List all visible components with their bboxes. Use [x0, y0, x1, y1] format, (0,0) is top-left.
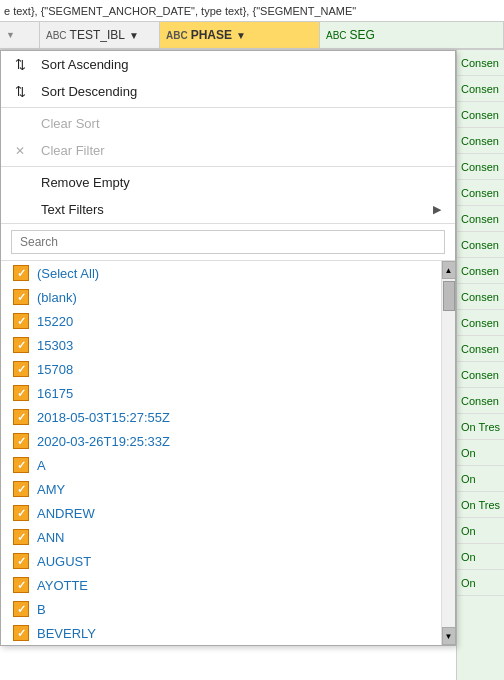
- abc-icon-phase: ABC: [166, 30, 188, 41]
- checkbox-b[interactable]: [13, 601, 29, 617]
- scrollbar-down-btn[interactable]: ▼: [442, 627, 456, 645]
- filter-dropdown-icon: ▼: [6, 30, 15, 40]
- col-arm-code[interactable]: ABC TEST_IBL ▼: [40, 22, 160, 48]
- checkbox-15220[interactable]: [13, 313, 29, 329]
- label-andrew: ANDREW: [37, 506, 95, 521]
- col-test-ibl-btn: ▼: [0, 22, 40, 48]
- header-row: ▼ ABC TEST_IBL ▼ ABC PHASE ▼ ABC SEG: [0, 22, 504, 50]
- clear-filter-item[interactable]: ✕ Clear Filter: [1, 137, 455, 164]
- list-item-15303[interactable]: 15303: [1, 333, 441, 357]
- right-cell-14: Consen: [457, 388, 504, 414]
- list-item-15708[interactable]: 15708: [1, 357, 441, 381]
- label-ann: ANN: [37, 530, 64, 545]
- clear-sort-label: Clear Sort: [41, 116, 100, 131]
- col-phase-label: PHASE: [191, 28, 232, 42]
- label-15303: 15303: [37, 338, 73, 353]
- dropdown-panel: ⇅ Sort Ascending ⇅ Sort Descending Clear…: [0, 50, 456, 646]
- checkbox-select-all[interactable]: [13, 265, 29, 281]
- label-beverly: BEVERLY: [37, 626, 96, 641]
- checkbox-list: (Select All) (blank) 15220 15303 15708: [1, 261, 441, 645]
- list-item-15220[interactable]: 15220: [1, 309, 441, 333]
- list-item-date2[interactable]: 2020-03-26T19:25:33Z: [1, 429, 441, 453]
- label-15220: 15220: [37, 314, 73, 329]
- scrollbar-thumb[interactable]: [443, 281, 455, 311]
- list-item-select-all[interactable]: (Select All): [1, 261, 441, 285]
- label-august: AUGUST: [37, 554, 91, 569]
- abc-icon-arm: ABC: [46, 30, 67, 41]
- right-cell-11: Consen: [457, 310, 504, 336]
- sort-desc-icon: ⇅: [15, 84, 35, 99]
- right-cell-12: Consen: [457, 336, 504, 362]
- remove-empty-item[interactable]: Remove Empty: [1, 169, 455, 196]
- checkbox-15303[interactable]: [13, 337, 29, 353]
- label-15708: 15708: [37, 362, 73, 377]
- right-cell-on-1: On: [457, 440, 504, 466]
- checkbox-blank[interactable]: [13, 289, 29, 305]
- scrollbar-track: ▲ ▼: [441, 261, 455, 645]
- label-select-all: (Select All): [37, 266, 99, 281]
- checkbox-beverly[interactable]: [13, 625, 29, 641]
- abc-icon-seg: ABC: [326, 30, 347, 41]
- col-seg[interactable]: ABC SEG: [320, 22, 504, 48]
- col-phase[interactable]: ABC PHASE ▼: [160, 22, 320, 48]
- checkbox-ann[interactable]: [13, 529, 29, 545]
- list-item-a[interactable]: A: [1, 453, 441, 477]
- list-item-andrew[interactable]: ANDREW: [1, 501, 441, 525]
- right-cell-9: Consen: [457, 258, 504, 284]
- col-seg-label: SEG: [350, 28, 375, 42]
- phase-filter-btn[interactable]: ▼: [236, 30, 246, 41]
- clear-sort-item[interactable]: Clear Sort: [1, 110, 455, 137]
- checkbox-a[interactable]: [13, 457, 29, 473]
- sort-descending-label: Sort Descending: [41, 84, 137, 99]
- sort-ascending-label: Sort Ascending: [41, 57, 128, 72]
- label-date2: 2020-03-26T19:25:33Z: [37, 434, 170, 449]
- right-cell-10: Consen: [457, 284, 504, 310]
- sort-ascending-item[interactable]: ⇅ Sort Ascending: [1, 51, 455, 78]
- scrollbar-up-btn[interactable]: ▲: [442, 261, 456, 279]
- list-item-ann[interactable]: ANN: [1, 525, 441, 549]
- text-filters-label: Text Filters: [41, 202, 104, 217]
- right-cell-2: Consen: [457, 76, 504, 102]
- sort-descending-item[interactable]: ⇅ Sort Descending: [1, 78, 455, 105]
- checkbox-date2[interactable]: [13, 433, 29, 449]
- right-cell-1: Consen: [457, 50, 504, 76]
- code-bar: e text}, {"SEGMENT_ANCHOR_DATE", type te…: [0, 0, 504, 22]
- col-arm-code-label: TEST_IBL: [70, 28, 125, 42]
- right-cell-4: Consen: [457, 128, 504, 154]
- checkbox-andrew[interactable]: [13, 505, 29, 521]
- text-filters-arrow: ▶: [433, 203, 441, 216]
- list-item-ayotte[interactable]: AYOTTE: [1, 573, 441, 597]
- list-item-b[interactable]: B: [1, 597, 441, 621]
- right-cell-7: Consen: [457, 206, 504, 232]
- list-item-amy[interactable]: AMY: [1, 477, 441, 501]
- checkbox-amy[interactable]: [13, 481, 29, 497]
- right-cell-6: Consen: [457, 180, 504, 206]
- list-item-august[interactable]: AUGUST: [1, 549, 441, 573]
- separator-2: [1, 166, 455, 167]
- checkbox-15708[interactable]: [13, 361, 29, 377]
- arm-filter-btn[interactable]: ▼: [129, 30, 139, 41]
- list-item-16175[interactable]: 16175: [1, 381, 441, 405]
- label-a: A: [37, 458, 46, 473]
- list-item-blank[interactable]: (blank): [1, 285, 441, 309]
- label-date1: 2018-05-03T15:27:55Z: [37, 410, 170, 425]
- right-column: Consen Consen Consen Consen Consen Conse…: [456, 50, 504, 680]
- search-input[interactable]: [11, 230, 445, 254]
- checkbox-list-container: (Select All) (blank) 15220 15303 15708: [1, 261, 455, 645]
- text-filters-item[interactable]: Text Filters ▶: [1, 196, 455, 223]
- code-bar-text: e text}, {"SEGMENT_ANCHOR_DATE", type te…: [4, 5, 356, 17]
- list-item-date1[interactable]: 2018-05-03T15:27:55Z: [1, 405, 441, 429]
- label-16175: 16175: [37, 386, 73, 401]
- clear-filter-label: Clear Filter: [41, 143, 105, 158]
- checkbox-august[interactable]: [13, 553, 29, 569]
- right-cell-on-2: On: [457, 466, 504, 492]
- remove-empty-label: Remove Empty: [41, 175, 130, 190]
- right-cell-8: Consen: [457, 232, 504, 258]
- list-item-beverly[interactable]: BEVERLY: [1, 621, 441, 645]
- checkbox-ayotte[interactable]: [13, 577, 29, 593]
- right-cell-on-5: On: [457, 570, 504, 596]
- checkbox-16175[interactable]: [13, 385, 29, 401]
- clear-filter-icon: ✕: [15, 144, 35, 158]
- checkbox-date1[interactable]: [13, 409, 29, 425]
- right-cell-3: Consen: [457, 102, 504, 128]
